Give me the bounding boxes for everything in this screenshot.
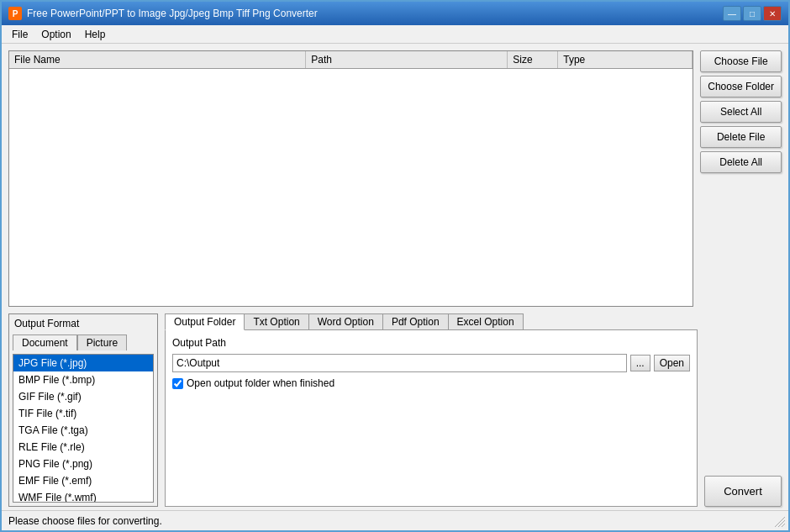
tab-txt-option[interactable]: Txt Option <box>244 313 308 330</box>
title-bar: P Free PowerPoint/PPT to Image Jpg/Jpeg … <box>2 2 788 25</box>
format-tga[interactable]: TGA File (*.tga) <box>13 422 153 439</box>
minimize-button[interactable]: — <box>723 6 741 21</box>
open-folder-button[interactable]: Open <box>654 355 690 371</box>
tab-picture[interactable]: Picture <box>77 334 127 350</box>
output-folder-panel: Output Path ... Open Open output folder … <box>165 329 698 507</box>
status-text: Please choose files for converting. <box>8 515 773 527</box>
bottom-section: Output Format Document Picture JPG File … <box>8 313 782 507</box>
maximize-button[interactable]: □ <box>743 6 761 21</box>
format-wmf[interactable]: WMF File (*.wmf) <box>13 489 153 503</box>
open-on-finish-row: Open output folder when finished <box>172 377 690 389</box>
format-rle[interactable]: RLE File (*.rle) <box>13 439 153 456</box>
right-action-buttons: Choose File Choose Folder Select All Del… <box>700 50 782 307</box>
delete-file-button[interactable]: Delete File <box>700 126 782 148</box>
output-path-label: Output Path <box>172 337 690 349</box>
window-controls: — □ ✕ <box>723 6 782 21</box>
tab-word-option[interactable]: Word Option <box>308 313 383 330</box>
open-on-finish-checkbox[interactable] <box>172 378 183 389</box>
output-format-box: Output Format Document Picture JPG File … <box>8 313 158 507</box>
col-path: Path <box>306 51 508 69</box>
format-png[interactable]: PNG File (*.png) <box>13 456 153 472</box>
file-area: File Name Path Size Type <box>8 50 693 307</box>
choose-folder-button[interactable]: Choose Folder <box>700 76 782 97</box>
convert-button[interactable]: Convert <box>704 476 782 507</box>
tab-pdf-option[interactable]: Pdf Option <box>382 313 449 330</box>
convert-col: Convert <box>704 313 782 507</box>
menu-file[interactable]: File <box>5 27 34 42</box>
svg-line-2 <box>782 524 785 527</box>
menu-option[interactable]: Option <box>34 27 77 42</box>
output-path-input[interactable] <box>172 354 627 372</box>
browse-button[interactable]: ... <box>630 355 650 371</box>
format-bmp[interactable]: BMP File (*.bmp) <box>13 371 153 388</box>
close-button[interactable]: ✕ <box>763 6 782 21</box>
menu-help[interactable]: Help <box>78 27 113 42</box>
bottom-right-panel: Output Folder Txt Option Word Option Pdf… <box>165 313 698 507</box>
tab-document[interactable]: Document <box>13 334 77 350</box>
app-icon: P <box>8 7 22 20</box>
path-row: ... Open <box>172 354 690 372</box>
option-tabs-row: Output Folder Txt Option Word Option Pdf… <box>165 313 698 330</box>
output-format-label: Output Format <box>13 318 154 331</box>
format-gif[interactable]: GIF File (*.gif) <box>13 388 153 405</box>
svg-line-1 <box>778 520 785 527</box>
resize-handle <box>773 515 785 527</box>
delete-all-button[interactable]: Delete All <box>700 151 782 173</box>
open-on-finish-label: Open output folder when finished <box>187 377 334 389</box>
format-jpg[interactable]: JPG File (*.jpg) <box>13 355 153 371</box>
app-window: P Free PowerPoint/PPT to Image Jpg/Jpeg … <box>0 0 790 532</box>
format-tif[interactable]: TIF File (*.tif) <box>13 405 153 422</box>
main-content: File Name Path Size Type Choose File Cho… <box>2 44 788 514</box>
menu-bar: File Option Help <box>2 25 788 44</box>
status-bar: Please choose files for converting. <box>2 510 790 530</box>
file-table: File Name Path Size Type <box>9 51 693 69</box>
col-filename: File Name <box>9 51 306 69</box>
tab-output-folder[interactable]: Output Folder <box>165 313 245 330</box>
format-list: JPG File (*.jpg) BMP File (*.bmp) GIF Fi… <box>13 354 154 503</box>
col-type: Type <box>558 51 693 69</box>
doc-pic-tabs: Document Picture <box>13 334 154 350</box>
choose-file-button[interactable]: Choose File <box>700 50 782 72</box>
select-all-button[interactable]: Select All <box>700 101 782 123</box>
top-section: File Name Path Size Type Choose File Cho… <box>8 50 782 307</box>
col-size: Size <box>508 51 558 69</box>
format-emf[interactable]: EMF File (*.emf) <box>13 472 153 489</box>
tab-excel-option[interactable]: Excel Option <box>448 313 524 330</box>
window-title: Free PowerPoint/PPT to Image Jpg/Jpeg Bm… <box>27 8 723 19</box>
